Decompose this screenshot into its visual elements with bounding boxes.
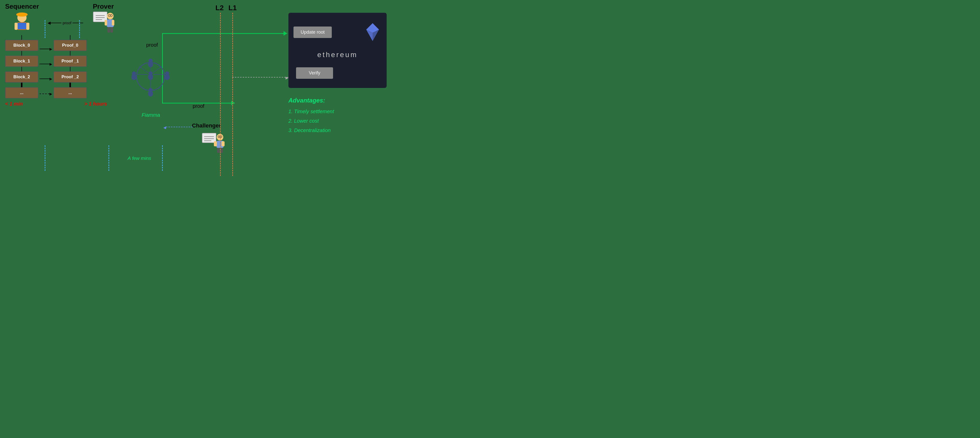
proof-1: Proof _1 xyxy=(54,56,87,67)
advantage-2: 2. Lower cost xyxy=(288,118,334,124)
advantage-1: 1. Timely settlement xyxy=(288,109,334,114)
svg-rect-6 xyxy=(14,23,18,30)
svg-rect-46 xyxy=(214,141,217,146)
proof-0: Proof_0 xyxy=(54,40,87,51)
svg-rect-19 xyxy=(107,27,110,33)
ethereum-card: Update root ethereum Verify xyxy=(288,13,387,88)
prover-label: Prover xyxy=(93,3,114,10)
svg-point-25 xyxy=(148,90,153,97)
advantage-3: 3. Decentralization xyxy=(288,127,334,133)
l2-label: L2 xyxy=(215,4,224,12)
svg-rect-47 xyxy=(221,141,224,146)
svg-rect-48 xyxy=(217,148,220,153)
timing-hours: > 1 hours xyxy=(84,101,107,107)
svg-rect-5 xyxy=(18,23,26,29)
svg-line-36 xyxy=(139,66,148,73)
ethereum-text: ethereum xyxy=(317,51,358,59)
timing-min: < 1 min xyxy=(5,101,23,107)
sequencer-icon xyxy=(13,10,32,33)
svg-rect-2 xyxy=(16,14,27,16)
few-mins-label: A few mins xyxy=(127,156,151,161)
ethereum-logo xyxy=(364,22,382,42)
fiamma-network xyxy=(125,51,176,111)
left-section: Sequencer xyxy=(3,3,120,110)
fiamma-label: Fiamma xyxy=(142,112,160,118)
svg-rect-17 xyxy=(105,20,107,25)
svg-point-27 xyxy=(131,74,137,80)
challenger-figure xyxy=(202,133,224,164)
advantages-section: Advantages: 1. Timely settlement 2. Lowe… xyxy=(288,97,334,137)
svg-point-31 xyxy=(148,74,153,80)
update-root-button[interactable]: Update root xyxy=(293,27,332,38)
block-0: Block_0 xyxy=(5,40,38,51)
proof-label-bottom: proof xyxy=(192,103,204,109)
svg-rect-7 xyxy=(26,23,29,30)
challenger-label: Challenger xyxy=(192,122,221,129)
sequencer-label: Sequencer xyxy=(5,3,39,10)
block-ellipsis: ... xyxy=(5,87,38,98)
l1-label: L1 xyxy=(228,4,237,12)
proof-ellipsis: ... xyxy=(54,87,87,98)
prover-icon xyxy=(92,10,115,33)
block-1: Block_1 xyxy=(5,56,38,67)
verify-button[interactable]: Verify xyxy=(296,67,333,79)
advantages-title: Advantages: xyxy=(288,97,334,104)
block-2: Block_2 xyxy=(5,71,38,83)
proof-2: Proof _2 xyxy=(54,71,87,83)
svg-rect-38 xyxy=(202,133,216,143)
svg-rect-18 xyxy=(112,20,115,25)
svg-rect-20 xyxy=(110,27,113,33)
svg-point-29 xyxy=(165,74,170,80)
proof-label-top: proof xyxy=(146,42,158,48)
svg-line-37 xyxy=(153,66,162,73)
proof-arrow-label: proof xyxy=(62,21,71,25)
